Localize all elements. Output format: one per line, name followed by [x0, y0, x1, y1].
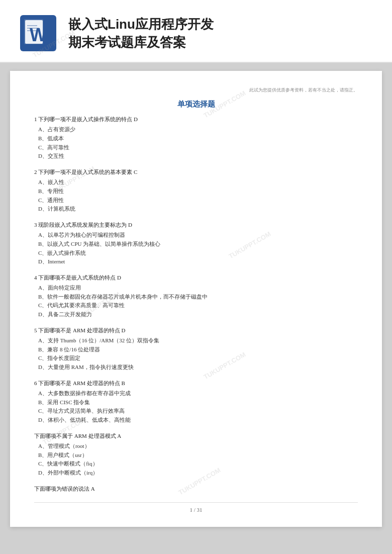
question-stem-8: 下面哪项为错误的说法 A — [34, 485, 358, 494]
document-page: 此试为您提供优质参考资料，若有不当之处，请指正。 单项选择题 1 下列哪一项不是… — [10, 71, 382, 527]
option-6-1: B、采用 CISC 指令集 — [34, 398, 358, 407]
question-block-1: 1 下列哪一项不是嵌入式操作系统的特点 DA、占有资源少B、低成本C、高可靠性D… — [34, 115, 358, 161]
option-4-0: A、面向特定应用 — [34, 284, 358, 293]
question-block-2: 2 下列哪一项不是嵌入式系统的基本要素 CA、嵌入性B、专用性C、通用性D、计算… — [34, 168, 358, 214]
option-3-1: B、以嵌入式 CPU 为基础、以简单操作系统为核心 — [34, 240, 358, 249]
option-7-3: D、外部中断模式（irq） — [34, 469, 358, 478]
question-stem-1: 1 下列哪一项不是嵌入式操作系统的特点 D — [34, 115, 358, 124]
option-4-3: D、具备二次开发能力 — [34, 310, 358, 319]
question-block-5: 5 下面哪项不是 ARM 处理器的特点 DA、支持 Thumb（16 位）/AR… — [34, 326, 358, 372]
question-block-4: 4 下面哪项不是嵌入式系统的特点 DA、面向特定应用B、软件一般都固化在存储器芯… — [34, 273, 358, 319]
option-3-2: C、嵌入式操作系统 — [34, 249, 358, 258]
section-title: 单项选择题 — [34, 100, 358, 109]
option-5-0: A、支持 Thumb（16 位）/ARM（32 位）双指令集 — [34, 336, 358, 345]
title-line1: 嵌入式Linu应用程序开发 — [68, 15, 372, 33]
option-2-1: B、专用性 — [34, 187, 358, 196]
header: W 嵌入式Linu应用程序开发 期末考试题库及答案 — [0, 0, 392, 63]
question-block-7: 下面哪项不属于 ARM 处理器模式 AA、管理模式（root）B、用户模式（us… — [34, 432, 358, 478]
option-3-3: D、Internet — [34, 257, 358, 266]
question-stem-5: 5 下面哪项不是 ARM 处理器的特点 D — [34, 326, 358, 335]
option-5-2: C、指令长度固定 — [34, 354, 358, 363]
option-7-2: C、快速中断模式（fiq） — [34, 459, 358, 469]
question-stem-6: 6 下面哪项不是 ARM 处理器的特点 B — [34, 379, 358, 388]
option-1-3: D、交互性 — [34, 152, 358, 161]
option-1-2: C、高可靠性 — [34, 143, 358, 152]
question-stem-4: 4 下面哪项不是嵌入式系统的特点 D — [34, 273, 358, 283]
svg-rect-4 — [27, 25, 37, 26]
option-6-2: C、寻址方式灵活简单、执行效率高 — [34, 407, 358, 416]
option-2-0: A、嵌入性 — [34, 178, 358, 187]
option-4-1: B、软件一般都固化在存储器芯片或单片机本身中，而不存储于磁盘中 — [34, 293, 358, 302]
header-title: 嵌入式Linu应用程序开发 期末考试题库及答案 — [68, 15, 372, 52]
option-2-2: C、通用性 — [34, 196, 358, 205]
option-3-0: A、以单芯片为核心的可编程控制器 — [34, 231, 358, 240]
questions-container: 1 下列哪一项不是嵌入式操作系统的特点 DA、占有资源少B、低成本C、高可靠性D… — [34, 115, 358, 493]
question-block-6: 6 下面哪项不是 ARM 处理器的特点 BA、大多数数据操作都在寄存器中完成B、… — [34, 379, 358, 425]
title-line2: 期末考试题库及答案 — [68, 33, 372, 51]
option-2-3: D、计算机系统 — [34, 205, 358, 214]
question-block-8: 下面哪项为错误的说法 A — [34, 485, 358, 494]
option-4-2: C、代码尤其要求高质量、高可靠性 — [34, 301, 358, 310]
question-stem-2: 2 下列哪一项不是嵌入式系统的基本要素 C — [34, 168, 358, 177]
svg-rect-5 — [27, 28, 39, 29]
option-5-3: D、大量使用 RAM，指令执行速度更快 — [34, 363, 358, 372]
option-6-3: D、体积小、低功耗、低成本、高性能 — [34, 416, 358, 425]
word-icon: W — [20, 15, 56, 51]
option-5-1: B、兼容 8 位/16 位处理器 — [34, 345, 358, 354]
option-1-0: A、占有资源少 — [34, 125, 358, 134]
page-number: 1 / 31 — [34, 502, 358, 513]
question-block-3: 3 现阶段嵌入式系统发展的主要标志为 DA、以单芯片为核心的可编程控制器B、以嵌… — [34, 221, 358, 266]
svg-rect-6 — [27, 30, 36, 31]
option-1-1: B、低成本 — [34, 134, 358, 143]
question-stem-7: 下面哪项不属于 ARM 处理器模式 A — [34, 432, 358, 441]
notice-text: 此试为您提供优质参考资料，若有不当之处，请指正。 — [34, 87, 358, 94]
question-stem-3: 3 现阶段嵌入式系统发展的主要标志为 D — [34, 221, 358, 230]
document-wrapper: 此试为您提供优质参考资料，若有不当之处，请指正。 单项选择题 1 下列哪一项不是… — [0, 63, 392, 537]
option-6-0: A、大多数数据操作都在寄存器中完成 — [34, 389, 358, 398]
option-7-0: A、管理模式（root） — [34, 442, 358, 451]
option-7-1: B、用户模式（usr） — [34, 451, 358, 460]
